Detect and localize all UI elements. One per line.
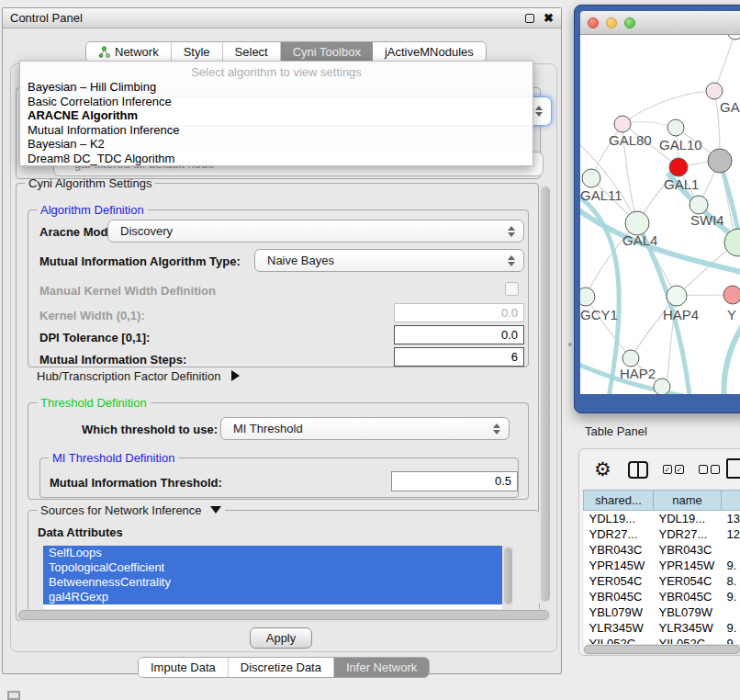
list-item-selected[interactable]: SelfLoops bbox=[43, 546, 513, 560]
cell[interactable]: YLR345W bbox=[654, 620, 722, 636]
cell[interactable]: YDR27... bbox=[584, 526, 654, 542]
cell[interactable]: 8. bbox=[722, 573, 740, 589]
columns-icon[interactable] bbox=[628, 461, 648, 479]
table-row[interactable]: YPR145W YPR145W 9. bbox=[584, 558, 740, 573]
unchecked-box-icon bbox=[711, 465, 720, 474]
node-salmon[interactable] bbox=[723, 286, 740, 304]
which-threshold-combobox[interactable]: MI Threshold bbox=[220, 417, 510, 440]
table-row[interactable]: YER054C YER054C 8. bbox=[584, 573, 740, 589]
cell[interactable]: 13 bbox=[722, 511, 740, 526]
mi-threshold-field[interactable]: 0.5 bbox=[391, 471, 518, 491]
cell[interactable]: YPR145W bbox=[654, 558, 722, 573]
tab-discretize-data[interactable]: Discretize Data bbox=[229, 658, 334, 677]
settings-vertical-scrollbar[interactable] bbox=[539, 184, 552, 608]
manual-kernel-width-checkbox[interactable] bbox=[505, 282, 519, 296]
cell[interactable]: 9. bbox=[722, 620, 740, 636]
dropdown-option[interactable]: Basic Correlation Inference bbox=[20, 95, 533, 109]
new-table-icon[interactable] bbox=[726, 458, 740, 479]
column-header[interactable]: name bbox=[654, 491, 722, 511]
node-swi4[interactable] bbox=[690, 196, 708, 214]
tab-style[interactable]: Style bbox=[172, 42, 223, 62]
cell[interactable]: 9. bbox=[722, 589, 740, 604]
tab-infer-network[interactable]: Infer Network bbox=[334, 658, 429, 677]
cell[interactable] bbox=[722, 604, 740, 620]
node-gcy1[interactable] bbox=[580, 288, 595, 306]
dpi-tolerance-field[interactable]: 0.0 bbox=[394, 325, 524, 344]
table-row[interactable]: YBL079W YBL079W bbox=[584, 604, 740, 620]
dropdown-option[interactable]: Mutual Information Inference bbox=[20, 123, 533, 138]
cell[interactable]: YER054C bbox=[584, 573, 654, 589]
dropdown-option[interactable]: Bayesian – Hill Climbing bbox=[20, 80, 533, 95]
node-green-bottom[interactable] bbox=[654, 378, 670, 394]
network-canvas[interactable]: GAL GAL80 GAL10 GAL1 GAL11 SWI4 GAL4 GCY… bbox=[580, 35, 740, 394]
hub-definition-expander[interactable]: Hub/Transcription Factor Definition bbox=[37, 369, 240, 383]
table-horizontal-scrollbar[interactable] bbox=[583, 644, 740, 656]
table-row[interactable]: YBR043C YBR043C bbox=[584, 542, 740, 558]
column-header[interactable]: shared... bbox=[584, 491, 654, 511]
gear-icon[interactable]: ⚙ bbox=[594, 458, 611, 480]
cell[interactable]: YBR045C bbox=[654, 589, 722, 604]
cell[interactable]: YBR045C bbox=[584, 589, 654, 604]
cell[interactable]: YDL19... bbox=[584, 511, 654, 526]
scrollbar-thumb[interactable] bbox=[18, 610, 549, 620]
node-gal11[interactable] bbox=[582, 169, 600, 187]
cell[interactable]: 9. bbox=[722, 558, 740, 573]
column-header[interactable]: A bbox=[722, 491, 740, 511]
select-all-checks-icon[interactable]: ✓ ✓ bbox=[663, 465, 684, 474]
cell[interactable] bbox=[722, 542, 740, 558]
apply-button[interactable]: Apply bbox=[250, 627, 312, 649]
list-item-selected[interactable]: TopologicalCoefficient bbox=[43, 560, 513, 575]
tab-impute-data[interactable]: Impute Data bbox=[139, 658, 229, 677]
node-gal10[interactable] bbox=[667, 119, 684, 136]
close-icon[interactable]: ✖ bbox=[544, 14, 554, 23]
sources-expander[interactable]: Sources for Network Inference bbox=[37, 503, 225, 517]
scrollbar-thumb[interactable] bbox=[541, 186, 550, 602]
grid-icon[interactable] bbox=[7, 691, 20, 700]
cell[interactable]: 12 bbox=[722, 526, 740, 542]
list-item-selected[interactable]: BetweennessCentrality bbox=[43, 575, 513, 590]
kernel-width-field[interactable]: 0.0 bbox=[394, 303, 524, 322]
table-row[interactable]: YDR27... YDR27... 12 bbox=[584, 526, 740, 542]
float-window-icon[interactable] bbox=[525, 14, 534, 23]
tab-jactivemnodules[interactable]: jActiveMNodules bbox=[373, 42, 486, 62]
aracne-mode-combobox[interactable]: Discovery bbox=[107, 220, 524, 243]
cell[interactable]: YDR27... bbox=[654, 526, 722, 542]
node-hap2[interactable] bbox=[622, 350, 639, 367]
mi-steps-field[interactable]: 6 bbox=[394, 347, 524, 367]
tab-cyni-toolbox[interactable]: Cyni Toolbox bbox=[281, 42, 373, 62]
scrollbar-thumb[interactable] bbox=[504, 548, 512, 604]
zoom-traffic-light-icon[interactable] bbox=[624, 17, 635, 28]
table-row[interactable]: YDL19... YDL19... 13 bbox=[584, 511, 740, 526]
dropdown-option[interactable]: Bayesian – K2 bbox=[20, 137, 533, 152]
cell[interactable]: YDL19... bbox=[654, 511, 722, 526]
node-gal80[interactable] bbox=[614, 116, 631, 132]
deselect-all-checks-icon[interactable] bbox=[699, 465, 720, 474]
splitter-handle[interactable] bbox=[568, 343, 572, 346]
cell[interactable]: YLR345W bbox=[584, 620, 654, 636]
cell[interactable]: YBL079W bbox=[584, 604, 654, 620]
cell[interactable]: YER054C bbox=[654, 573, 722, 589]
node-gal[interactable] bbox=[706, 83, 723, 99]
cell[interactable]: YBR043C bbox=[654, 542, 722, 558]
dropdown-option[interactable]: Dream8 DC_TDC Algorithm bbox=[20, 152, 533, 166]
cell[interactable]: YBL079W bbox=[654, 604, 722, 620]
cell[interactable]: YPR145W bbox=[584, 558, 654, 573]
tab-network[interactable]: Network bbox=[86, 42, 172, 62]
node-hap4[interactable] bbox=[667, 286, 687, 306]
mi-algorithm-type-combobox[interactable]: Naive Bayes bbox=[254, 249, 524, 272]
settings-horizontal-scrollbar[interactable] bbox=[17, 609, 552, 622]
table-row[interactable]: YLR345W YLR345W 9. bbox=[584, 620, 740, 636]
tab-select[interactable]: Select bbox=[223, 42, 281, 62]
list-item-selected[interactable]: gal4RGexp bbox=[43, 590, 513, 604]
scrollbar-thumb[interactable] bbox=[584, 645, 740, 654]
node-gray[interactable] bbox=[708, 149, 732, 173]
list-vertical-scrollbar[interactable] bbox=[502, 546, 513, 612]
node[interactable] bbox=[727, 35, 740, 40]
cell[interactable]: YBR043C bbox=[584, 542, 654, 558]
dropdown-option-highlighted[interactable]: ARACNE Algorithm bbox=[20, 108, 533, 123]
stepper-arrows-icon bbox=[493, 423, 500, 435]
node-gal1-selected[interactable] bbox=[669, 158, 688, 176]
close-traffic-light-icon[interactable] bbox=[588, 17, 599, 28]
minimize-traffic-light-icon[interactable] bbox=[606, 17, 617, 28]
table-row[interactable]: YBR045C YBR045C 9. bbox=[584, 589, 740, 604]
